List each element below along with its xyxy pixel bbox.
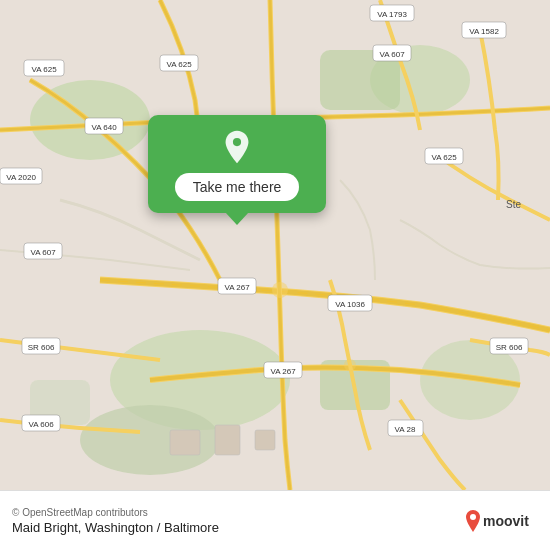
svg-rect-45 [215,425,240,455]
svg-text:VA 28: VA 28 [395,425,416,434]
svg-text:VA 1793: VA 1793 [377,10,407,19]
moovit-brand-logo: moovit [463,506,538,536]
map-container: VA 625 VA 1793 VA 607 VA 1582 VA 625 VA … [0,0,550,490]
location-pin-icon [219,129,255,165]
svg-point-10 [344,359,356,371]
svg-text:moovit: moovit [483,513,529,529]
svg-point-48 [470,514,476,520]
svg-text:VA 606: VA 606 [28,420,54,429]
take-me-there-button[interactable]: Take me there [175,173,300,201]
moovit-logo: moovit [463,506,538,536]
svg-point-47 [233,138,241,146]
location-name: Maid Bright, Washington / Baltimore [12,520,463,535]
bottom-bar: © OpenStreetMap contributors Maid Bright… [0,490,550,550]
svg-text:VA 267: VA 267 [270,367,296,376]
svg-text:SR 606: SR 606 [496,343,523,352]
svg-text:VA 1036: VA 1036 [335,300,365,309]
svg-text:VA 267: VA 267 [224,283,250,292]
svg-rect-46 [255,430,275,450]
svg-text:VA 607: VA 607 [30,248,56,257]
svg-text:VA 607: VA 607 [379,50,405,59]
svg-text:SR 606: SR 606 [28,343,55,352]
bottom-info: © OpenStreetMap contributors Maid Bright… [12,507,463,535]
svg-text:VA 640: VA 640 [91,123,117,132]
svg-text:VA 625: VA 625 [166,60,192,69]
svg-rect-44 [170,430,200,455]
copyright-text: © OpenStreetMap contributors [12,507,463,518]
svg-text:VA 625: VA 625 [31,65,57,74]
svg-text:VA 1582: VA 1582 [469,27,499,36]
svg-text:VA 625: VA 625 [431,153,457,162]
svg-point-9 [272,282,288,298]
map-popup: Take me there [148,115,326,213]
svg-text:Ste: Ste [506,199,521,210]
svg-text:VA 2020: VA 2020 [6,173,36,182]
